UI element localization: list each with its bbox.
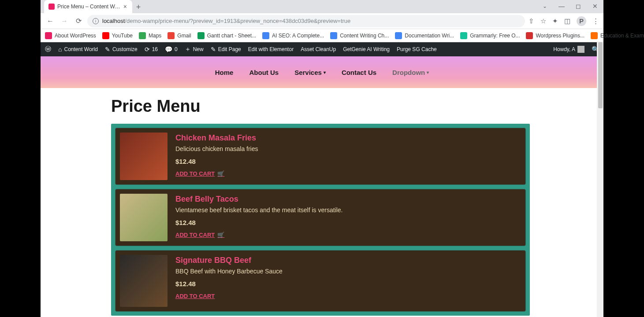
url-path: /demo-wamp/price-menu/?preview_id=1913&p… <box>125 18 350 24</box>
scrollbar-track[interactable] <box>597 42 603 317</box>
wp-asset-cleanup[interactable]: Asset CleanUp <box>301 46 336 52</box>
chevron-down-icon: ▾ <box>427 70 429 75</box>
menu-dots-icon[interactable]: ⋮ <box>592 17 599 25</box>
nav-about[interactable]: About Us <box>249 69 279 76</box>
menu-item-image <box>120 133 168 180</box>
wp-comments-count: 0 <box>175 46 178 52</box>
wp-getgenie[interactable]: GetGenie AI Writing <box>343 46 390 52</box>
menu-item-title: Beef Belly Tacos <box>175 195 343 204</box>
add-to-cart-label: ADD TO CART <box>175 232 215 238</box>
window-minimize-icon[interactable]: — <box>553 0 570 12</box>
browser-tab[interactable]: Price Menu – Content World × <box>44 0 132 13</box>
add-to-cart-button[interactable]: ADD TO CART <box>175 293 283 299</box>
bookmark-item[interactable]: Education & Exams... <box>591 32 644 39</box>
wp-site-name-label: Content World <box>64 46 97 52</box>
wp-customize[interactable]: ✎Customize <box>105 46 138 53</box>
url-host: localhost <box>102 18 125 24</box>
bookmark-favicon <box>102 32 109 39</box>
bookmarks-bar: About WordPressYouTubeMapsGmailGantt cha… <box>41 29 603 42</box>
cart-icon: 🛒 <box>217 232 224 238</box>
bookmark-favicon <box>45 32 52 39</box>
bookmark-favicon <box>262 32 269 39</box>
bookmark-item[interactable]: Grammarly: Free O... <box>460 32 520 39</box>
wp-new-label: New <box>193 46 204 52</box>
wp-howdy-label: Howdy, A <box>553 46 575 52</box>
wp-asset-label: Asset CleanUp <box>301 46 336 52</box>
wp-genie-label: GetGenie AI Writing <box>343 46 390 52</box>
chevron-down-icon: ▾ <box>324 70 326 75</box>
tab-strip: Price Menu – Content World × + ⌄ — ◻ ✕ <box>41 0 603 13</box>
bookmark-item[interactable]: AI SEO: A Complete... <box>262 32 324 39</box>
wp-comments[interactable]: 💬0 <box>165 46 178 53</box>
bookmark-item[interactable]: Maps <box>139 32 161 39</box>
window-controls: ⌄ — ◻ ✕ <box>536 0 603 12</box>
wp-updates[interactable]: ⟳16 <box>145 46 158 53</box>
nav-services-label: Services <box>294 69 322 76</box>
menu-item-image <box>120 255 168 307</box>
bookmark-favicon <box>139 32 146 39</box>
bookmark-favicon <box>395 32 402 39</box>
wp-updates-count: 16 <box>152 46 158 52</box>
menu-item-price: $12.48 <box>175 219 343 226</box>
bookmark-item[interactable]: About WordPress <box>45 32 96 39</box>
bookmark-item[interactable]: Gmail <box>168 32 191 39</box>
bookmark-item[interactable]: Documentation Wri... <box>395 32 454 39</box>
scrollbar-thumb[interactable] <box>598 42 603 108</box>
menu-item: Signature BBQ Beef BBQ Beef with Honey B… <box>115 250 526 312</box>
wp-admin-bar: ⓦ ⌂Content World ✎Customize ⟳16 💬0 ＋New … <box>41 42 603 56</box>
bookmark-star-icon[interactable]: ☆ <box>540 17 546 25</box>
wp-site-name[interactable]: ⌂Content World <box>58 46 98 53</box>
sidepanel-icon[interactable]: ◫ <box>564 17 570 25</box>
nav-dropdown[interactable]: Dropdown▾ <box>392 69 429 76</box>
wp-new[interactable]: ＋New <box>185 45 204 53</box>
wp-purge-cache[interactable]: Purge SG Cache <box>397 46 437 52</box>
profile-avatar[interactable]: P <box>577 16 586 26</box>
menu-item-desc: Vientamese beef brisket tacos and the me… <box>175 206 343 214</box>
back-button[interactable]: ← <box>45 16 56 26</box>
bookmark-favicon <box>460 32 467 39</box>
share-icon[interactable]: ⇧ <box>529 17 534 25</box>
tab-favicon <box>48 4 55 10</box>
bookmark-favicon <box>526 32 533 39</box>
nav-contact[interactable]: Contact Us <box>342 69 376 76</box>
extensions-icon[interactable]: ✦ <box>552 17 558 25</box>
window-maximize-icon[interactable]: ◻ <box>570 0 587 12</box>
add-to-cart-button[interactable]: ADD TO CART 🛒 <box>175 232 343 238</box>
tab-close-icon[interactable]: × <box>123 3 128 10</box>
new-tab-button[interactable]: + <box>132 1 145 13</box>
bookmark-label: Gmail <box>177 33 191 39</box>
wp-elementor[interactable]: Edit with Elementor <box>248 46 294 52</box>
bookmark-label: AI SEO: A Complete... <box>272 33 324 39</box>
menu-item-price: $12.48 <box>175 158 258 165</box>
bookmark-item[interactable]: YouTube <box>102 32 133 39</box>
menu-item-image <box>120 194 168 241</box>
bookmark-label: YouTube <box>112 33 133 39</box>
site-nav: Home About Us Services▾ Contact Us Dropd… <box>41 56 603 88</box>
tab-title: Price Menu – Content World <box>57 4 123 10</box>
bookmark-item[interactable]: Gantt chart - Sheet... <box>197 32 256 39</box>
window-close-icon[interactable]: ✕ <box>587 0 603 12</box>
wp-edit-page-label: Edit Page <box>218 46 241 52</box>
bookmark-favicon <box>591 32 598 39</box>
forward-button[interactable]: → <box>59 16 70 26</box>
page-title: Price Menu <box>111 97 603 116</box>
reload-button[interactable]: ⟳ <box>73 16 84 26</box>
price-menu-list: Chicken Masala Fries Delicious chicken m… <box>111 124 530 316</box>
menu-item-title: Chicken Masala Fries <box>175 133 258 143</box>
add-to-cart-button[interactable]: ADD TO CART 🛒 <box>175 170 258 177</box>
menu-item-desc: Delicious chicken masala fries <box>175 145 258 152</box>
site-info-icon[interactable]: i <box>93 18 99 24</box>
wp-howdy[interactable]: Howdy, A <box>553 46 584 53</box>
window-dropdown-icon[interactable]: ⌄ <box>536 0 553 12</box>
wp-edit-page[interactable]: ✎Edit Page <box>211 46 241 53</box>
bookmark-item[interactable]: Wordpress Plugins... <box>526 32 584 39</box>
bookmark-label: About WordPress <box>55 33 96 39</box>
url-input[interactable]: i localhost/demo-wamp/price-menu/?previe… <box>87 15 525 27</box>
wp-logo[interactable]: ⓦ <box>45 45 51 53</box>
bookmark-favicon <box>197 32 205 39</box>
bookmark-label: Education & Exams... <box>600 33 644 39</box>
nav-home[interactable]: Home <box>215 69 234 76</box>
nav-services[interactable]: Services▾ <box>294 69 326 76</box>
menu-item: Chicken Masala Fries Delicious chicken m… <box>115 128 526 185</box>
bookmark-item[interactable]: Content Writing Ch... <box>330 32 389 39</box>
